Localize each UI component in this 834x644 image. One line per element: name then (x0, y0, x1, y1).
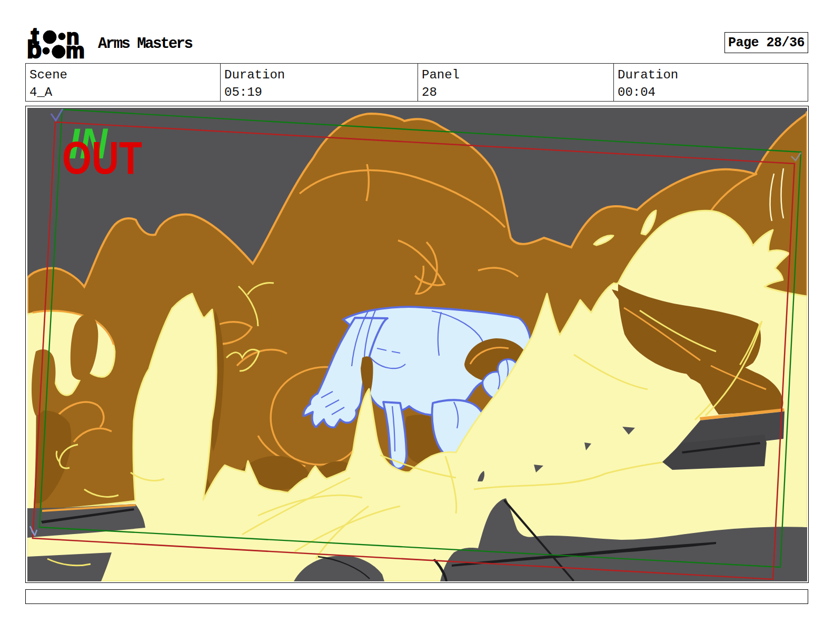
svg-text:b: b (27, 36, 42, 62)
svg-text:OUT: OUT (62, 132, 142, 183)
svg-text:m: m (66, 39, 85, 62)
